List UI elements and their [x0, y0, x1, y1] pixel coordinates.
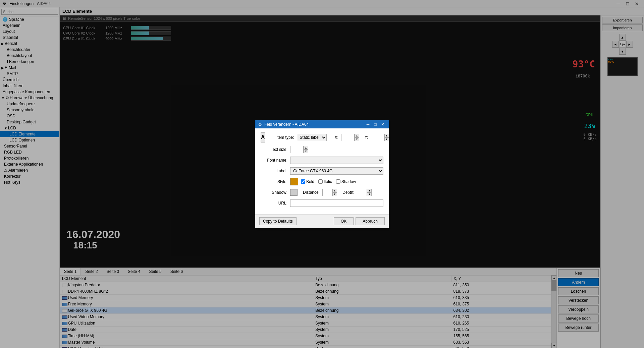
text-size-input[interactable]: 12	[290, 146, 304, 153]
modal-body: A Item type: Static label X: 634 ▲ ▼ Y: …	[255, 128, 389, 214]
depth-up-btn[interactable]: ▲	[367, 189, 372, 192]
y-down-btn[interactable]: ▼	[384, 137, 389, 141]
style-row: Style: Bold Italic Shadow	[261, 178, 383, 185]
x-input[interactable]: 634	[341, 134, 355, 141]
modal-footer: Copy to Defaults OK Abbruch	[255, 214, 389, 228]
text-size-down-btn[interactable]: ▼	[304, 150, 308, 153]
y-input[interactable]: 302	[371, 134, 384, 141]
style-label: Style:	[261, 179, 287, 184]
text-size-up-btn[interactable]: ▲	[304, 146, 308, 150]
modal-title-text: Feld verändern - AIDA64	[264, 122, 309, 127]
x-spinner: 634 ▲ ▼	[341, 134, 359, 141]
depth-down-btn[interactable]: ▼	[367, 192, 372, 196]
shadow-color-box[interactable]	[290, 189, 298, 196]
bold-label: Bold	[306, 179, 314, 184]
y-spinner: 302 ▲ ▼	[371, 134, 389, 141]
italic-check-label[interactable]: Italic	[318, 179, 332, 184]
x-up-btn[interactable]: ▲	[355, 134, 359, 137]
x-label: X:	[335, 135, 338, 140]
text-size-label: Text size:	[261, 147, 287, 152]
modal-minimize-btn[interactable]: ─	[365, 122, 371, 127]
modal-icon: ⚙	[258, 122, 262, 127]
url-input[interactable]	[290, 199, 383, 207]
label-row: Label: GeForce GTX 960 4G	[261, 167, 383, 175]
modal-ok-button[interactable]: OK	[334, 217, 354, 225]
text-size-spinner-btns: ▲ ▼	[304, 146, 308, 153]
shadow-check-label[interactable]: Shadow	[336, 179, 356, 184]
style-checks: Bold Italic Shadow	[301, 179, 356, 184]
distance-spinner: 1 ▲ ▼	[322, 189, 337, 196]
depth-spinner: 1 ▲ ▼	[357, 189, 372, 196]
depth-input[interactable]: 1	[357, 189, 367, 196]
modal-overlay: ⚙ Feld verändern - AIDA64 ─ □ ✕ A Item t…	[0, 0, 644, 348]
label-label: Label:	[261, 169, 287, 173]
color-picker[interactable]	[290, 178, 298, 185]
text-size-spinner: 12 ▲ ▼	[290, 146, 308, 153]
shadow-label: Shadow	[341, 179, 356, 184]
modal-dialog: ⚙ Feld verändern - AIDA64 ─ □ ✕ A Item t…	[255, 120, 389, 228]
item-type-label: Item type:	[271, 135, 294, 140]
x-spinner-btns: ▲ ▼	[355, 134, 359, 141]
distance-input[interactable]: 1	[322, 189, 332, 196]
copy-defaults-button[interactable]: Copy to Defaults	[259, 217, 297, 225]
distance-spinner-btns: ▲ ▼	[332, 189, 337, 196]
distance-down-btn[interactable]: ▼	[332, 192, 337, 196]
url-label: URL:	[261, 201, 287, 206]
distance-label: Distance:	[303, 190, 320, 195]
label-select[interactable]: GeForce GTX 960 4G	[290, 167, 383, 175]
italic-label: Italic	[324, 179, 332, 184]
modal-cancel-button[interactable]: Abbruch	[356, 217, 385, 225]
bold-check-label[interactable]: Bold	[301, 179, 314, 184]
depth-label: Depth:	[342, 190, 354, 195]
item-type-icon: A	[261, 132, 265, 142]
url-row: URL:	[261, 199, 383, 207]
modal-title-buttons: ─ □ ✕	[365, 122, 386, 127]
font-name-select[interactable]	[290, 157, 383, 164]
bold-checkbox[interactable]	[301, 179, 305, 184]
shadow-row: Shadow: Distance: 1 ▲ ▼ Depth: 1 ▲ ▼	[261, 189, 383, 196]
italic-checkbox[interactable]	[318, 179, 323, 184]
shadow-section-label: Shadow:	[261, 190, 287, 195]
item-type-select[interactable]: Static label	[297, 134, 327, 141]
modal-close-btn[interactable]: ✕	[379, 122, 386, 127]
shadow-checkbox[interactable]	[336, 179, 340, 184]
item-type-row: A Item type: Static label X: 634 ▲ ▼ Y: …	[261, 132, 383, 142]
y-label: Y:	[365, 135, 368, 140]
modal-title-bar: ⚙ Feld verändern - AIDA64 ─ □ ✕	[255, 120, 389, 128]
modal-maximize-btn[interactable]: □	[372, 122, 379, 127]
font-name-label: Font name:	[261, 158, 287, 163]
text-size-row: Text size: 12 ▲ ▼	[261, 146, 383, 153]
x-down-btn[interactable]: ▼	[355, 137, 359, 141]
y-spinner-btns: ▲ ▼	[384, 134, 389, 141]
distance-up-btn[interactable]: ▲	[332, 189, 337, 192]
depth-spinner-btns: ▲ ▼	[367, 189, 372, 196]
font-name-row: Font name:	[261, 157, 383, 164]
y-up-btn[interactable]: ▲	[384, 134, 389, 137]
